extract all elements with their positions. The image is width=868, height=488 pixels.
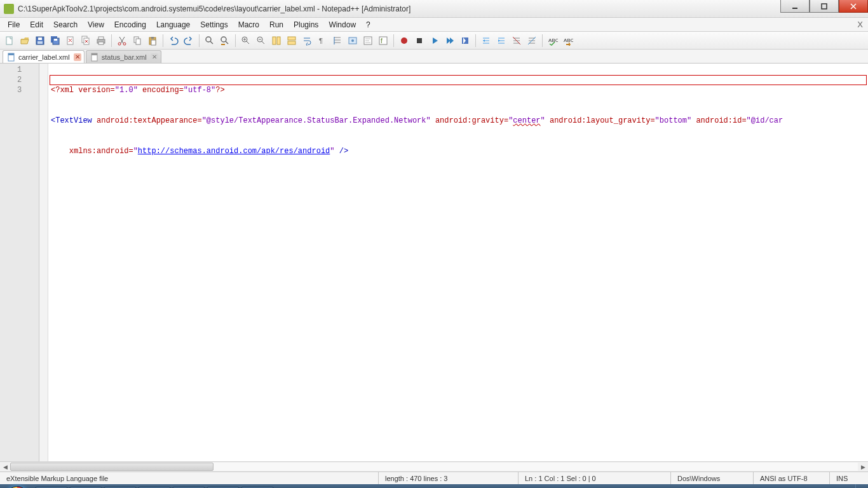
find-button[interactable] xyxy=(203,34,217,48)
show-desktop-button[interactable] xyxy=(855,484,864,488)
replace-button[interactable] xyxy=(218,34,232,48)
window-title: C:\1SuperApkToolv2.1\projects\com.androi… xyxy=(18,4,410,13)
code-area[interactable]: <?xml version="1.0" encoding="utf-8"?> <… xyxy=(48,64,868,461)
menu-plugins[interactable]: Plugins xyxy=(288,19,323,30)
zoom-out-button[interactable] xyxy=(254,34,268,48)
menu-run[interactable]: Run xyxy=(264,19,288,30)
show-chars-button[interactable]: ¶ xyxy=(315,34,329,48)
svg-rect-26 xyxy=(273,37,276,44)
record-macro-button[interactable] xyxy=(397,34,411,48)
indent-button[interactable] xyxy=(494,34,508,48)
uncomment-button[interactable] xyxy=(525,34,539,48)
svg-rect-44 xyxy=(92,53,97,55)
doc-map-button[interactable] xyxy=(361,34,375,48)
status-position: Ln : 1 Col : 1 Sel : 0 | 0 xyxy=(519,472,671,484)
svg-rect-5 xyxy=(37,41,43,44)
tab-close-icon[interactable]: ✕ xyxy=(74,53,81,61)
app-icon xyxy=(4,4,14,14)
file-icon xyxy=(90,53,99,62)
toolbar-separator xyxy=(475,34,476,47)
svg-point-36 xyxy=(401,37,407,44)
sync-h-button[interactable] xyxy=(285,34,299,48)
line-number-gutter: 1 2 3 xyxy=(0,64,39,461)
wrap-button[interactable] xyxy=(300,34,314,48)
save-button[interactable] xyxy=(33,34,47,48)
sync-v-button[interactable] xyxy=(269,34,283,48)
menu-view[interactable]: View xyxy=(83,19,109,30)
tab-close-icon[interactable]: ✕ xyxy=(151,53,158,61)
menu-help[interactable]: ? xyxy=(361,19,376,30)
scroll-track[interactable] xyxy=(10,463,858,471)
start-button[interactable] xyxy=(0,484,34,488)
stop-macro-button[interactable] xyxy=(412,34,426,48)
svg-point-15 xyxy=(118,43,121,45)
status-bar: eXtensible Markup Language file length :… xyxy=(0,471,868,484)
menu-file[interactable]: File xyxy=(3,19,25,30)
comment-button[interactable] xyxy=(510,34,524,48)
menu-search[interactable]: Search xyxy=(48,19,83,30)
line-highlight-box xyxy=(50,75,867,85)
svg-rect-0 xyxy=(792,8,797,9)
tab-status-bar[interactable]: status_bar.xml ✕ xyxy=(86,50,161,63)
close-all-button[interactable] xyxy=(79,34,93,48)
system-tray: 6:37 PM 2/13/2014 xyxy=(641,484,868,488)
zoom-in-button[interactable] xyxy=(239,34,253,48)
undo-button[interactable] xyxy=(166,34,180,48)
line-number: 2 xyxy=(0,75,39,85)
editor[interactable]: 1 2 3 <?xml version="1.0" encoding="utf-… xyxy=(0,64,868,461)
menu-bar: File Edit Search View Encoding Language … xyxy=(0,18,868,32)
function-list-button[interactable]: f xyxy=(376,34,390,48)
scroll-left-arrow[interactable]: ◀ xyxy=(0,462,10,471)
svg-point-16 xyxy=(123,43,126,45)
tab-strip: carrier_label.xml ✕ status_bar.xml ✕ xyxy=(0,50,868,64)
line-number: 3 xyxy=(0,85,39,95)
user-lang-button[interactable] xyxy=(346,34,360,48)
menu-close-x[interactable]: X xyxy=(857,20,863,29)
maximize-button[interactable] xyxy=(810,0,839,13)
menu-language[interactable]: Language xyxy=(151,19,195,30)
spellcheck-button[interactable]: ABC xyxy=(546,34,560,48)
scroll-right-arrow[interactable]: ▶ xyxy=(858,462,868,471)
status-insert-mode: INS xyxy=(830,472,868,484)
print-button[interactable] xyxy=(94,34,108,48)
new-file-button[interactable] xyxy=(3,34,17,48)
outdent-button[interactable] xyxy=(479,34,493,48)
svg-rect-12 xyxy=(98,37,104,39)
menu-window[interactable]: Window xyxy=(323,19,361,30)
menu-macro[interactable]: Macro xyxy=(233,19,264,30)
menu-settings[interactable]: Settings xyxy=(195,19,233,30)
svg-point-22 xyxy=(206,37,211,42)
cut-button[interactable] xyxy=(115,34,129,48)
minimize-button[interactable] xyxy=(780,0,810,13)
save-all-button[interactable] xyxy=(48,34,62,48)
redo-button[interactable] xyxy=(182,34,196,48)
svg-rect-21 xyxy=(151,40,156,45)
menu-encoding[interactable]: Encoding xyxy=(109,19,151,30)
code-line: <TextView android:textAppearance="@style… xyxy=(48,116,868,126)
code-line: <?xml version="1.0" encoding="utf-8"?> xyxy=(48,85,868,95)
tab-carrier-label[interactable]: carrier_label.xml ✕ xyxy=(3,50,85,63)
scroll-thumb[interactable] xyxy=(10,463,214,471)
menu-edit[interactable]: Edit xyxy=(25,19,48,30)
svg-rect-14 xyxy=(98,42,104,44)
play-macro-button[interactable] xyxy=(428,34,442,48)
svg-rect-27 xyxy=(277,37,280,44)
close-button[interactable] xyxy=(839,0,868,13)
copy-button[interactable] xyxy=(130,34,144,48)
horizontal-scrollbar[interactable]: ◀ ▶ xyxy=(0,461,868,471)
svg-rect-4 xyxy=(38,37,42,40)
tab-label: carrier_label.xml xyxy=(18,53,70,61)
play-multi-button[interactable] xyxy=(443,34,457,48)
tab-label: status_bar.xml xyxy=(102,53,147,61)
svg-rect-18 xyxy=(136,39,140,44)
spellcheck-next-button[interactable]: ABC xyxy=(561,34,575,48)
svg-text:ABC: ABC xyxy=(564,37,573,43)
save-macro-button[interactable] xyxy=(458,34,472,48)
status-length: length : 470 lines : 3 xyxy=(379,472,519,484)
indent-guide-button[interactable] xyxy=(330,34,344,48)
line-number: 1 xyxy=(0,65,39,75)
paste-button[interactable] xyxy=(146,34,159,48)
open-file-button[interactable] xyxy=(18,34,32,48)
svg-rect-28 xyxy=(288,37,295,40)
close-file-button[interactable] xyxy=(64,34,78,48)
